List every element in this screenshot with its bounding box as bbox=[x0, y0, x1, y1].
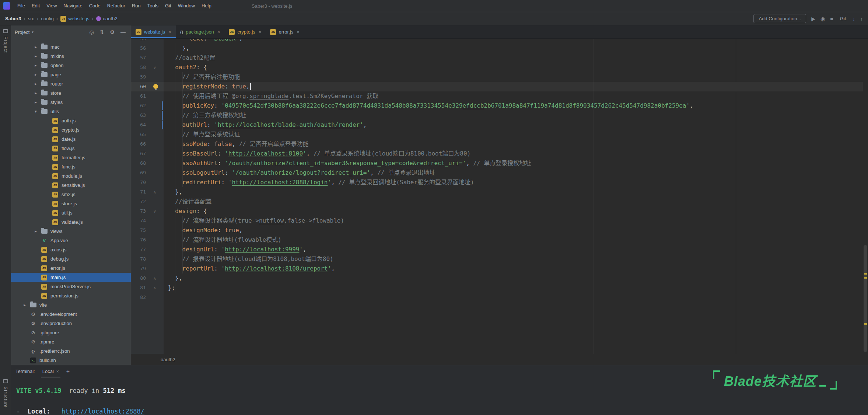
chevron-down-icon[interactable]: ▾ bbox=[32, 30, 34, 34]
tree-item-prettierrc-json[interactable]: {}.prettierrc.json bbox=[11, 346, 131, 356]
tab-package-json[interactable]: {}package.json× bbox=[176, 25, 225, 38]
fold-indicator-icon[interactable]: ∧ bbox=[146, 187, 159, 197]
menu-item-help[interactable]: Help bbox=[198, 0, 215, 12]
collapse-all-icon[interactable]: ⇅ bbox=[100, 29, 104, 35]
intention-bulb-icon[interactable] bbox=[153, 84, 158, 89]
stripe-label-project[interactable]: Project bbox=[3, 36, 8, 53]
tree-item-views[interactable]: ▸views bbox=[11, 227, 131, 236]
close-icon[interactable]: × bbox=[297, 29, 300, 35]
git-push-icon[interactable]: ↑ bbox=[860, 16, 863, 21]
tree-item-mac[interactable]: ▸mac bbox=[11, 42, 131, 52]
tree-item-build-sh[interactable]: >_build.sh bbox=[11, 356, 131, 365]
chevron-right-icon[interactable]: ▸ bbox=[31, 229, 41, 234]
tree-item-auth-js[interactable]: JSauth.js bbox=[11, 116, 131, 125]
code-hyperlink[interactable]: http://localhost/blade-auth/oauth/render bbox=[218, 121, 360, 128]
tree-item-vite[interactable]: ▸vite bbox=[11, 300, 131, 310]
tree-item-validate-js[interactable]: JSvalidate.js bbox=[11, 217, 131, 227]
new-terminal-icon[interactable]: + bbox=[66, 368, 70, 375]
menu-item-edit[interactable]: Edit bbox=[28, 0, 43, 12]
tree-item-debug-js[interactable]: JSdebug.js bbox=[11, 254, 131, 264]
chevron-right-icon[interactable]: ▸ bbox=[31, 63, 41, 68]
project-panel-title[interactable]: Project bbox=[15, 29, 29, 35]
debug-icon[interactable]: ◉ bbox=[820, 16, 825, 21]
editor-scrollbar[interactable] bbox=[864, 245, 867, 352]
run-icon[interactable]: ▶ bbox=[811, 16, 815, 21]
menu-item-file[interactable]: File bbox=[14, 0, 28, 12]
fold-indicator-icon[interactable]: ∧ bbox=[146, 283, 159, 293]
code-hyperlink[interactable]: http://localhost:8100 bbox=[228, 150, 303, 157]
tree-item-date-js[interactable]: JSdate.js bbox=[11, 135, 131, 144]
chevron-right-icon[interactable]: ▸ bbox=[31, 45, 41, 49]
chevron-right-icon[interactable]: ▸ bbox=[31, 91, 41, 95]
tree-item-store[interactable]: ▸store bbox=[11, 88, 131, 98]
app-icon[interactable] bbox=[3, 2, 10, 10]
tree-item-error-js[interactable]: JSerror.js bbox=[11, 264, 131, 273]
code-hyperlink[interactable]: fadd bbox=[338, 102, 353, 109]
warning-stripe-mark[interactable] bbox=[864, 273, 867, 275]
code-hyperlink[interactable]: http://localhost:8108/ureport bbox=[225, 265, 328, 272]
breadcrumb-item-website-js[interactable]: JSwebsite.js bbox=[60, 16, 89, 22]
tab-website-js[interactable]: JSwebsite.js× bbox=[131, 25, 176, 38]
menu-item-view[interactable]: View bbox=[43, 0, 60, 12]
hide-panel-icon[interactable]: — bbox=[120, 29, 126, 35]
menu-item-code[interactable]: Code bbox=[86, 0, 104, 12]
close-icon[interactable]: × bbox=[217, 29, 220, 35]
tree-item-crypto-js[interactable]: JScrypto.js bbox=[11, 125, 131, 135]
chevron-down-icon[interactable]: ▾ bbox=[31, 109, 41, 114]
project-toolwindow-icon[interactable] bbox=[3, 29, 8, 33]
breadcrumb-item-saber3[interactable]: Saber3 bbox=[5, 16, 21, 21]
code-hyperlink[interactable]: http://localhost:9999 bbox=[225, 246, 299, 253]
tab-crypto-js[interactable]: JScrypto.js× bbox=[224, 25, 266, 38]
gear-icon[interactable]: ⚙ bbox=[110, 29, 115, 35]
tree-item-func-js[interactable]: JSfunc.js bbox=[11, 162, 131, 171]
locate-file-icon[interactable]: ◎ bbox=[89, 29, 94, 35]
tab-error-js[interactable]: JSerror.js× bbox=[266, 25, 304, 38]
chevron-right-icon[interactable]: ▸ bbox=[31, 81, 41, 86]
tree-item-app-vue[interactable]: VApp.vue bbox=[11, 236, 131, 245]
close-icon[interactable]: × bbox=[259, 29, 262, 35]
tree-item-mockprodserver-js[interactable]: JSmockProdServer.js bbox=[11, 282, 131, 291]
breadcrumb-item-config[interactable]: config bbox=[41, 16, 54, 21]
menu-item-tools[interactable]: Tools bbox=[144, 0, 162, 12]
tree-item-env-production[interactable]: ⚙.env.production bbox=[11, 319, 131, 328]
code-hyperlink[interactable]: http://localhost:2888/login bbox=[232, 179, 328, 186]
chevron-right-icon[interactable]: ▸ bbox=[20, 303, 29, 307]
stripe-label-structure[interactable]: Structure bbox=[3, 387, 8, 408]
tree-item-utils[interactable]: ▾utils bbox=[11, 107, 131, 116]
warning-stripe-mark[interactable] bbox=[864, 323, 867, 325]
tree-item-module-js[interactable]: JSmodule.js bbox=[11, 171, 131, 181]
tree-item-axios-js[interactable]: JSaxios.js bbox=[11, 245, 131, 254]
tree-item-mixins[interactable]: ▸mixins bbox=[11, 52, 131, 61]
tree-item-flow-js[interactable]: JSflow.js bbox=[11, 144, 131, 153]
editor-breadcrumb-oauth2[interactable]: oauth2 bbox=[161, 357, 175, 362]
menu-item-refactor[interactable]: Refactor bbox=[104, 0, 129, 12]
terminal-tab-local[interactable]: Local × bbox=[40, 365, 61, 377]
menu-item-navigate[interactable]: Navigate bbox=[60, 0, 85, 12]
chevron-right-icon[interactable]: ▸ bbox=[31, 72, 41, 77]
chevron-right-icon[interactable]: ▸ bbox=[31, 54, 41, 59]
tree-item-permission-js[interactable]: JSpermission.js bbox=[11, 291, 131, 300]
tree-item-gitignore[interactable]: ⊘.gitignore bbox=[11, 328, 131, 337]
close-icon[interactable]: × bbox=[168, 29, 171, 35]
warning-stripe-mark[interactable] bbox=[864, 277, 867, 279]
close-icon[interactable]: × bbox=[56, 369, 59, 374]
fold-indicator-icon[interactable]: ∨ bbox=[146, 63, 159, 72]
menu-item-window[interactable]: Window bbox=[175, 0, 198, 12]
breadcrumb-item-src[interactable]: src bbox=[28, 16, 34, 21]
breadcrumb-item-oauth2[interactable]: oauth2 bbox=[96, 16, 118, 21]
tree-item-styles[interactable]: ▸styles bbox=[11, 98, 131, 107]
chevron-right-icon[interactable]: ▸ bbox=[31, 100, 41, 105]
stop-icon[interactable]: ■ bbox=[830, 16, 833, 21]
tree-item-env-development[interactable]: ⚙.env.development bbox=[11, 310, 131, 319]
tree-item-sensitive-js[interactable]: JSsensitive.js bbox=[11, 181, 131, 190]
add-configuration-button[interactable]: Add Configuration... bbox=[753, 14, 806, 23]
tree-item-option[interactable]: ▸option bbox=[11, 61, 131, 70]
structure-toolwindow-icon[interactable] bbox=[3, 379, 8, 383]
code-editor[interactable]: 55 text: 'BladeX',56 },57 //oauth2配置58∨ … bbox=[131, 39, 868, 354]
tree-item-formatter-js[interactable]: JSformatter.js bbox=[11, 153, 131, 162]
tree-item-util-js[interactable]: JSutil.js bbox=[11, 208, 131, 217]
tree-item-npmrc[interactable]: ⚙.npmrc bbox=[11, 337, 131, 346]
menu-item-run[interactable]: Run bbox=[129, 0, 144, 12]
tree-item-router[interactable]: ▸router bbox=[11, 79, 131, 88]
menu-item-git[interactable]: Git bbox=[162, 0, 175, 12]
